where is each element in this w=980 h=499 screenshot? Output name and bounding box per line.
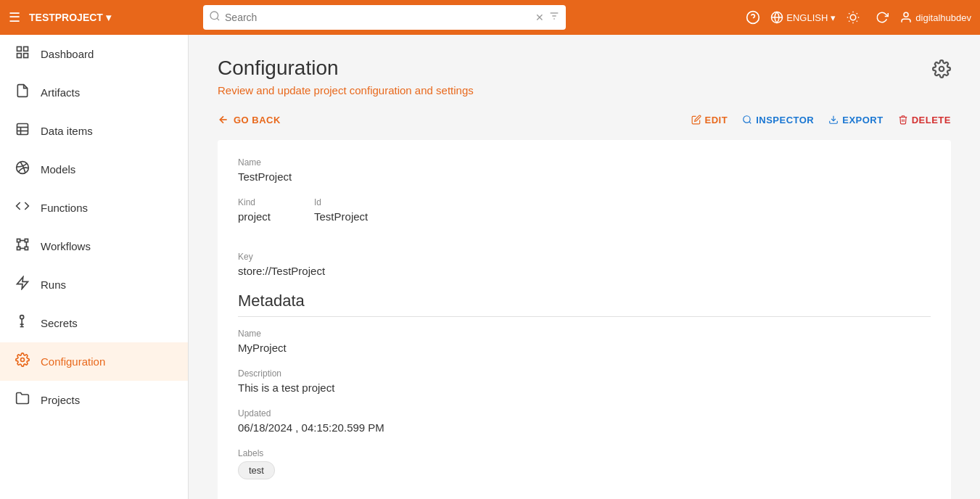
workflows-icon: [15, 237, 30, 255]
theme-toggle-icon[interactable]: [841, 6, 865, 29]
sidebar-item-functions[interactable]: Functions: [0, 189, 188, 227]
edit-label: EDIT: [705, 115, 728, 125]
metadata-description-label: Description: [238, 368, 931, 379]
sidebar: Dashboard Artifacts Data items Models: [0, 35, 189, 499]
configuration-icon: [15, 352, 30, 371]
functions-icon: [15, 199, 30, 217]
field-kind: Kind project: [238, 197, 271, 223]
help-icon[interactable]: [741, 6, 765, 29]
inspector-label: INSPECTOR: [756, 115, 814, 125]
topbar-actions: ENGLISH ▾ digitalhubdev: [741, 6, 971, 29]
svg-rect-21: [24, 54, 28, 58]
svg-point-0: [210, 12, 218, 20]
metadata-description-field: Description This is a test project: [238, 368, 931, 394]
svg-point-18: [904, 12, 908, 17]
sidebar-label-functions: Functions: [41, 202, 88, 214]
svg-rect-20: [24, 47, 28, 51]
user-menu[interactable]: digitalhubdev: [899, 11, 971, 24]
sidebar-label-artifacts: Artifacts: [41, 86, 80, 99]
runs-icon: [15, 276, 30, 294]
search-input[interactable]: [225, 12, 531, 23]
refresh-icon[interactable]: [870, 6, 894, 29]
export-button[interactable]: EXPORT: [828, 115, 883, 125]
sidebar-item-secrets[interactable]: Secrets: [0, 304, 188, 342]
inspector-button[interactable]: INSPECTOR: [742, 115, 814, 125]
metadata-section-title: Metadata: [238, 292, 931, 317]
svg-line-1: [217, 18, 219, 20]
main-layout: Dashboard Artifacts Data items Models: [0, 35, 980, 499]
kind-id-row: Kind project Id TestProject: [238, 197, 931, 237]
secrets-icon: [15, 314, 30, 332]
kind-value: project: [238, 210, 271, 223]
project-name: TESTPROJECT: [29, 12, 103, 23]
page-title-block: Configuration Review and update project …: [218, 57, 474, 96]
field-id: Id TestProject: [314, 197, 368, 223]
metadata-labels-container: test: [238, 461, 931, 479]
metadata-labels-field: Labels test: [238, 448, 931, 479]
name-value: TestProject: [238, 170, 931, 183]
dashboard-icon: [15, 45, 30, 63]
svg-line-13: [857, 21, 857, 22]
menu-icon[interactable]: ☰: [9, 9, 20, 25]
page-gear-icon[interactable]: [932, 59, 951, 83]
sidebar-label-secrets: Secrets: [41, 317, 78, 329]
projects-icon: [15, 391, 30, 409]
sidebar-item-configuration[interactable]: Configuration: [0, 342, 188, 381]
topbar: ☰ TESTPROJECT ▾ ✕ ENGLISH ▾ digitalh: [0, 0, 980, 35]
sidebar-label-models: Models: [41, 163, 75, 176]
go-back-button[interactable]: GO BACK: [218, 114, 281, 125]
language-label: ENGLISH: [786, 12, 828, 23]
sidebar-item-runs[interactable]: Runs: [0, 265, 188, 304]
metadata-name-value: MyProject: [238, 342, 931, 354]
search-clear-icon[interactable]: ✕: [535, 12, 544, 23]
sidebar-label-runs: Runs: [41, 279, 66, 291]
models-icon: [15, 160, 30, 178]
svg-line-43: [749, 122, 752, 124]
search-filter-icon[interactable]: [548, 10, 560, 25]
metadata-labels-label: Labels: [238, 448, 931, 458]
action-toolbar: GO BACK EDIT INSPECTOR EXPORT DELETE: [218, 114, 951, 125]
kind-label: Kind: [238, 197, 271, 207]
svg-rect-23: [17, 124, 28, 135]
language-selector[interactable]: ENGLISH ▾: [770, 11, 836, 24]
key-value: store://TestProject: [238, 265, 931, 277]
metadata-updated-label: Updated: [238, 408, 931, 418]
field-key: Key store://TestProject: [238, 252, 931, 277]
field-name: Name TestProject: [238, 157, 931, 183]
sidebar-item-projects[interactable]: Projects: [0, 381, 188, 419]
sidebar-label-projects: Projects: [41, 394, 80, 406]
page-header: Configuration Review and update project …: [218, 57, 951, 96]
delete-label: DELETE: [912, 115, 951, 125]
main-content: Configuration Review and update project …: [189, 35, 980, 499]
sidebar-item-dashboard[interactable]: Dashboard: [0, 35, 188, 73]
name-label: Name: [238, 157, 931, 168]
project-chevron-icon: ▾: [106, 12, 111, 23]
edit-button[interactable]: EDIT: [691, 115, 728, 125]
sidebar-item-artifacts[interactable]: Artifacts: [0, 73, 188, 112]
sidebar-item-models[interactable]: Models: [0, 150, 188, 189]
language-chevron-icon: ▾: [831, 12, 836, 23]
page-subtitle: Review and update project configuration …: [218, 84, 474, 96]
project-selector[interactable]: TESTPROJECT ▾: [29, 12, 111, 23]
sidebar-label-configuration: Configuration: [41, 355, 105, 368]
metadata-name-label: Name: [238, 329, 931, 339]
toolbar-actions: EDIT INSPECTOR EXPORT DELETE: [691, 115, 952, 125]
svg-point-42: [744, 116, 750, 123]
svg-rect-19: [17, 47, 22, 51]
sidebar-item-data-items[interactable]: Data items: [0, 112, 188, 150]
metadata-description-value: This is a test project: [238, 382, 931, 394]
sidebar-label-dashboard: Dashboard: [41, 48, 94, 60]
svg-rect-31: [25, 247, 28, 249]
sidebar-label-data-items: Data items: [41, 125, 93, 137]
export-label: EXPORT: [842, 115, 883, 125]
id-label: Id: [314, 197, 368, 207]
go-back-label: GO BACK: [234, 115, 281, 125]
delete-button[interactable]: DELETE: [898, 115, 951, 125]
config-card: Name TestProject Kind project Id TestPro…: [218, 140, 951, 499]
svg-point-40: [939, 67, 944, 72]
svg-rect-30: [17, 247, 20, 249]
search-bar: ✕: [203, 5, 566, 30]
artifacts-icon: [15, 83, 30, 102]
metadata-name-field: Name MyProject: [238, 329, 931, 354]
sidebar-item-workflows[interactable]: Workflows: [0, 227, 188, 265]
